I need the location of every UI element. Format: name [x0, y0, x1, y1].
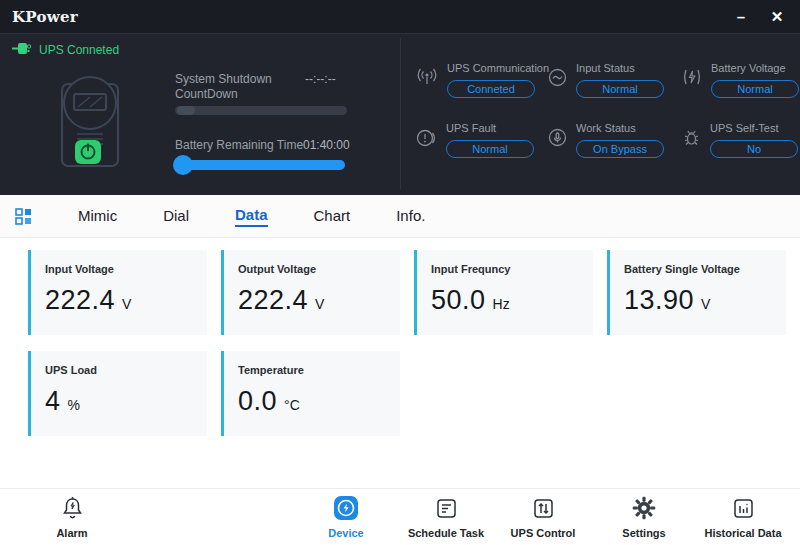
- minimize-button[interactable]: –: [730, 6, 752, 28]
- tab-chart[interactable]: Chart: [314, 207, 351, 226]
- card-grid: Input Voltage 222.4 V Output Voltage 222…: [28, 250, 788, 436]
- card-label: Input Voltage: [45, 263, 193, 275]
- card-value: 0.0: [238, 386, 277, 417]
- battery-charge-icon: [682, 68, 702, 90]
- card-unit: Hz: [493, 296, 510, 312]
- nav-label: Schedule Task: [391, 527, 501, 539]
- antenna-icon: [416, 68, 438, 90]
- status-item-ups-self-test: UPS Self-Test No: [668, 122, 796, 158]
- status-value-pill: Normal: [576, 80, 664, 98]
- alarm-bell-icon: [17, 495, 127, 521]
- card-temperature: Temperature 0.0 °C: [221, 351, 400, 436]
- status-panel: UPS Conneted System Shutdown CountDown -…: [0, 33, 800, 195]
- card-label: Battery Single Voltage: [624, 263, 772, 275]
- card-ups-load: UPS Load 4 %: [28, 351, 207, 436]
- card-unit: V: [701, 296, 710, 312]
- connection-status-label: UPS Conneted: [39, 43, 119, 57]
- device-bolt-icon: [291, 495, 401, 521]
- battery-remaining-value: 01:40:00: [303, 138, 350, 152]
- status-value-pill: On Bypass: [576, 140, 664, 158]
- schedule-list-icon: [391, 495, 501, 521]
- shutdown-countdown-label: System Shutdown CountDown: [175, 72, 300, 102]
- status-item-ups-fault: UPS Fault Normal: [402, 122, 534, 158]
- shutdown-progress-knob: [177, 106, 195, 115]
- status-label: Work Status: [576, 122, 664, 134]
- microphone-icon: [548, 128, 567, 151]
- card-unit: V: [315, 296, 324, 312]
- card-unit: V: [122, 296, 131, 312]
- grid-layout-icon[interactable]: [15, 208, 32, 225]
- nav-item-historical-data[interactable]: Historical Data: [688, 495, 798, 539]
- tab-bar: Mimic Dial Data Chart Info.: [0, 195, 800, 238]
- nav-label: UPS Control: [488, 527, 598, 539]
- connection-status: UPS Conneted: [12, 41, 119, 59]
- sine-wave-icon: [548, 68, 567, 91]
- card-label: Temperature: [238, 364, 386, 376]
- status-label: Input Status: [576, 62, 664, 74]
- status-label: UPS Self-Test: [710, 122, 798, 134]
- nav-item-schedule-task[interactable]: Schedule Task: [391, 495, 501, 539]
- ups-device-figure: [50, 74, 128, 174]
- status-label: UPS Fault: [446, 122, 534, 134]
- card-label: Input Frequncy: [431, 263, 579, 275]
- shutdown-countdown-value: --:--:--: [305, 72, 336, 86]
- card-unit: °C: [284, 397, 300, 413]
- bar-chart-icon: [688, 495, 798, 521]
- nav-label: Historical Data: [688, 527, 798, 539]
- app-title: KPower: [12, 8, 78, 26]
- bug-icon: [682, 128, 701, 151]
- card-unit: %: [68, 397, 80, 413]
- tab-data[interactable]: Data: [235, 206, 268, 227]
- status-label: Battery Voltage: [711, 62, 799, 74]
- shutdown-progress-bar: [175, 106, 347, 115]
- status-item-battery-voltage: Battery Voltage Normal: [668, 62, 796, 98]
- status-value-pill: Normal: [446, 140, 534, 158]
- card-input-voltage: Input Voltage 222.4 V: [28, 250, 207, 335]
- nav-item-settings[interactable]: Settings: [589, 495, 699, 539]
- nav-label: Settings: [589, 527, 699, 539]
- status-item-input-status: Input Status Normal: [534, 62, 668, 98]
- status-value-pill: No: [710, 140, 798, 158]
- card-input-frequency: Input Frequncy 50.0 Hz: [414, 250, 593, 335]
- battery-slider-knob[interactable]: [173, 155, 193, 175]
- bottom-nav: Alarm Device Schedule Task: [0, 488, 800, 545]
- card-label: Output Voltage: [238, 263, 386, 275]
- card-value: 222.4: [238, 285, 308, 316]
- nav-item-ups-control[interactable]: UPS Control: [488, 495, 598, 539]
- battery-remaining-slider[interactable]: [175, 160, 345, 170]
- title-bar: KPower – ✕: [0, 0, 800, 33]
- status-item-ups-communication: UPS Communication Conneted: [402, 62, 534, 98]
- nav-item-device[interactable]: Device: [291, 495, 401, 539]
- card-value: 50.0: [431, 285, 486, 316]
- card-value: 13.90: [624, 285, 694, 316]
- nav-label: Device: [291, 527, 401, 539]
- close-button[interactable]: ✕: [766, 6, 788, 28]
- card-label: UPS Load: [45, 364, 193, 376]
- tab-dial[interactable]: Dial: [163, 207, 189, 226]
- gear-icon: [589, 495, 699, 521]
- window-controls: – ✕: [730, 6, 788, 28]
- tab-info[interactable]: Info.: [396, 207, 425, 226]
- status-grid: UPS Communication Conneted Input Status …: [402, 62, 800, 158]
- status-value-pill: Normal: [711, 80, 799, 98]
- nav-label: Alarm: [17, 527, 127, 539]
- tab-mimic[interactable]: Mimic: [78, 207, 117, 226]
- card-value: 222.4: [45, 285, 115, 316]
- status-value-pill: Conneted: [447, 80, 535, 98]
- card-battery-single-voltage: Battery Single Voltage 13.90 V: [607, 250, 786, 335]
- nav-item-alarm[interactable]: Alarm: [17, 495, 127, 539]
- panel-divider: [400, 38, 401, 190]
- card-output-voltage: Output Voltage 222.4 V: [221, 250, 400, 335]
- alarm-clock-icon: [416, 128, 437, 151]
- data-content: Input Voltage 222.4 V Output Voltage 222…: [0, 238, 800, 488]
- card-value: 4: [45, 386, 61, 417]
- status-item-work-status: Work Status On Bypass: [534, 122, 668, 158]
- control-sliders-icon: [488, 495, 598, 521]
- plug-connected-icon: [12, 41, 32, 59]
